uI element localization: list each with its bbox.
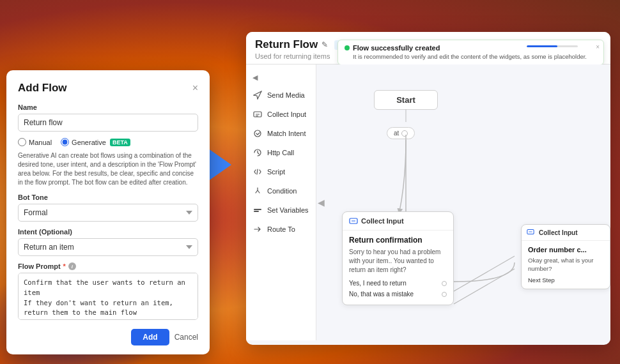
flow-prompt-label: Flow Prompt: [18, 262, 61, 270]
card-body: Return confirmation Sorry to hear you ha…: [343, 231, 453, 305]
return-confirmation-card: Collect Input Return confirmation Sorry …: [342, 211, 454, 305]
manual-radio-text: Manual: [29, 139, 52, 146]
panel-title: Return Flow: [255, 38, 318, 51]
sidebar-item-label-send-media: Send Media: [267, 91, 305, 99]
card2-next-step: Next Step: [528, 277, 603, 284]
card2-body-text: Okay great, what is your number?: [528, 256, 603, 273]
flow-prompt-textarea[interactable]: Confirm that the user wants to return an…: [18, 273, 198, 320]
sidebar-item-label-condition: Condition: [267, 187, 297, 195]
start-sub-label: at: [394, 130, 399, 137]
progress-bar-container: [527, 45, 578, 47]
sidebar-item-script[interactable]: Script: [246, 162, 316, 181]
collect-input-card2-icon: [527, 228, 536, 237]
send-media-icon: [252, 90, 263, 100]
card-option-2: No, that was a mistake: [349, 289, 447, 300]
success-text: It is recommended to verify and edit the…: [345, 53, 587, 61]
svg-line-6: [454, 269, 515, 304]
beta-badge: BETA: [110, 139, 130, 146]
modal-close-button[interactable]: ×: [192, 83, 198, 93]
card-main-title: Return confirmation: [349, 236, 447, 245]
modal-header: Add Flow ×: [18, 82, 198, 95]
flow-canvas: ◀ Start at: [316, 64, 610, 340]
card-body-text: Sorry to hear you had a problem with you…: [349, 248, 447, 275]
start-node-label: Start: [396, 95, 415, 105]
option-2-text: No, that was a mistake: [349, 291, 414, 298]
manual-radio-label[interactable]: Manual: [18, 138, 52, 146]
generative-radio-label[interactable]: Generative BETA: [61, 138, 130, 146]
directional-arrow: [206, 147, 231, 183]
card-header-title-collect: Collect Input: [361, 217, 404, 225]
sidebar-item-set-variables[interactable]: Set Variables: [246, 201, 316, 220]
bot-tone-label: Bot Tone: [18, 193, 198, 201]
sidebar-item-label-match-intent: Match Intent: [267, 130, 306, 137]
panel-body: ◀ Send Media Collect Input Match Intent: [246, 64, 610, 340]
info-icon: i: [68, 262, 76, 270]
success-title: Flow successfully created: [353, 44, 440, 52]
svg-point-1: [254, 130, 261, 137]
modal-footer: Add Cancel: [18, 329, 198, 345]
success-notification: Flow successfully created It is recommen…: [337, 40, 604, 65]
sidebar-item-match-intent[interactable]: Match Intent: [246, 124, 316, 143]
sidebar-item-label-collect-input: Collect Input: [267, 110, 306, 118]
http-call-icon: [252, 148, 263, 158]
option-1-dot: [442, 281, 447, 286]
canvas-nav-left[interactable]: ◀: [318, 197, 325, 208]
sidebar-item-collect-input[interactable]: Collect Input: [246, 105, 316, 124]
add-flow-modal: Add Flow × Name Manual Generative BETA G…: [6, 70, 210, 354]
ai-description: Generative AI can create bot flows using…: [18, 151, 198, 187]
sidebar-item-label-set-variables: Set Variables: [267, 206, 309, 214]
option-2-dot: [442, 292, 447, 297]
cancel-button[interactable]: Cancel: [174, 333, 198, 342]
option-1-text: Yes, I need to return: [349, 280, 407, 287]
edit-icon[interactable]: ✎: [322, 40, 328, 49]
sidebar-item-http-call[interactable]: Http Call: [246, 143, 316, 162]
card-header-collect: Collect Input: [343, 212, 453, 231]
set-variables-icon: [252, 205, 263, 215]
flow-panel: Return Flow ✎ Sub Flow Used for returnin…: [246, 32, 610, 345]
sidebar-item-route-to[interactable]: Route To: [246, 220, 316, 239]
card2-title: Order number c...: [528, 246, 603, 254]
sidebar-item-label-http-call: Http Call: [267, 149, 294, 156]
intent-label: Intent (Optional): [18, 228, 198, 236]
intent-select[interactable]: Return an item: [18, 238, 198, 256]
generative-radio-text: Generative: [72, 139, 106, 146]
node-dot: [401, 130, 408, 137]
required-indicator: *: [63, 262, 66, 270]
collapse-arrow[interactable]: ◀: [246, 70, 316, 86]
card-option-1: Yes, I need to return: [349, 278, 447, 289]
card-header-title-collect2: Collect Input: [539, 229, 578, 236]
svg-rect-2: [254, 209, 261, 210]
order-number-card: Collect Input Order number c... Okay gre…: [521, 224, 610, 289]
flow-sidebar: ◀ Send Media Collect Input Match Intent: [246, 64, 316, 340]
sidebar-item-send-media[interactable]: Send Media: [246, 86, 316, 105]
sidebar-item-label-script: Script: [267, 168, 285, 176]
svg-line-5: [454, 256, 515, 291]
sidebar-item-label-route-to: Route To: [267, 225, 295, 233]
panel-header: Return Flow ✎ Sub Flow Used for returnin…: [246, 32, 610, 64]
manual-radio[interactable]: [18, 138, 26, 146]
success-dot: [345, 45, 350, 50]
notification-close-button[interactable]: ×: [596, 43, 600, 50]
start-sub-node: at: [387, 127, 415, 139]
card2-body: Order number c... Okay great, what is yo…: [522, 241, 610, 289]
flow-prompt-label-row: Flow Prompt * i: [18, 262, 198, 270]
condition-icon: [252, 186, 263, 196]
generative-radio[interactable]: [61, 138, 69, 146]
name-label: Name: [18, 103, 198, 111]
svg-rect-3: [254, 211, 259, 212]
progress-bar: [527, 45, 557, 47]
sidebar-item-condition[interactable]: Condition: [246, 181, 316, 201]
add-button[interactable]: Add: [131, 329, 169, 345]
arrow-shape: [206, 147, 231, 183]
bot-tone-select[interactable]: Formal: [18, 204, 198, 222]
start-node: Start: [374, 90, 438, 110]
route-to-icon: [252, 224, 263, 234]
collect-input-icon: [252, 109, 263, 119]
card-header-collect2: Collect Input: [522, 225, 610, 241]
collect-input-card-icon: [349, 216, 358, 225]
mode-radio-group: Manual Generative BETA: [18, 138, 198, 146]
match-intent-icon: [252, 128, 263, 139]
script-icon: [252, 167, 263, 177]
modal-title: Add Flow: [18, 82, 66, 95]
name-input[interactable]: [18, 114, 198, 132]
